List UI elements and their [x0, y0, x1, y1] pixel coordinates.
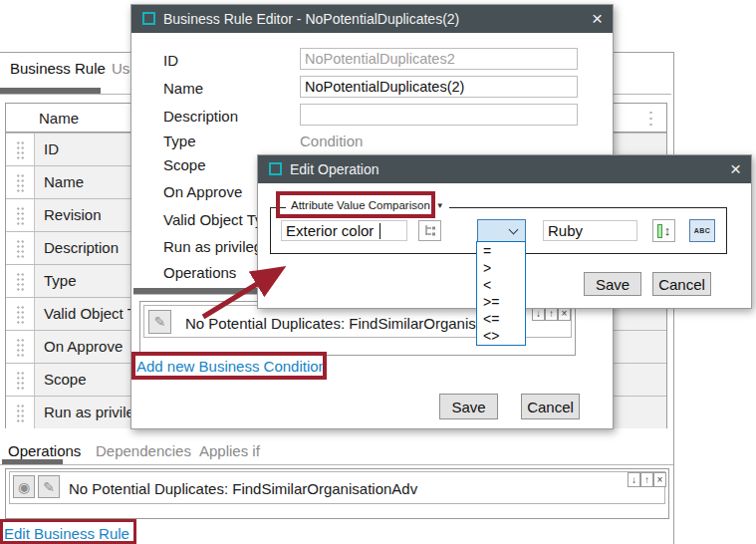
operator-combobox[interactable] — [477, 219, 526, 242]
grid-row-label: On Approve — [44, 338, 123, 355]
grid-header-options-icon[interactable] — [648, 110, 653, 127]
sort-order-button[interactable]: ↕ — [652, 219, 675, 242]
type-label: Type — [163, 133, 196, 149]
close-icon: × — [562, 308, 568, 319]
edit-business-rule-link[interactable]: Edit Business Rule — [4, 525, 129, 542]
row-grip-icon[interactable] — [16, 239, 25, 258]
operator-dropdown-list: = > < >= <= <> — [476, 241, 526, 346]
rule-editor-titlebar[interactable]: Business Rule Editor - NoPotentialDuplic… — [131, 5, 613, 33]
edit-operation-button[interactable]: ✎ — [38, 475, 60, 498]
attribute-input[interactable] — [281, 220, 407, 241]
tree-icon — [423, 224, 436, 237]
grid-row-label: ID — [44, 140, 59, 157]
condition-row-label: No Potential Duplicates: FindSimilarOrga… — [185, 315, 484, 332]
abc-icon: ABC — [694, 227, 711, 234]
up-down-arrow-icon: ↕ — [664, 223, 671, 238]
operator-option-greater[interactable]: > — [477, 259, 525, 276]
grid-header-name: Name — [39, 110, 79, 127]
operation-type-dropdown[interactable]: Attribute Value Comparison ▼ — [286, 199, 449, 211]
arrow-up-icon: ↑ — [644, 474, 649, 485]
operator-option-greater-equal[interactable]: >= — [477, 293, 525, 310]
operator-option-equals[interactable]: = — [477, 242, 525, 259]
grid-row-label: Name — [44, 173, 84, 190]
app-icon — [142, 12, 155, 25]
close-icon[interactable]: × — [592, 7, 603, 31]
operations-section-label[interactable]: Operations — [163, 264, 236, 281]
view-operation-button[interactable]: ◉ — [13, 475, 35, 498]
arrow-down-icon: ↓ — [536, 308, 541, 319]
move-up-button[interactable]: ↑ — [640, 472, 653, 487]
id-field[interactable] — [300, 48, 578, 70]
tab-operations[interactable]: Operations — [8, 442, 81, 459]
arrow-up-icon: ↑ — [549, 308, 554, 319]
row-grip-icon[interactable] — [16, 272, 25, 291]
save-button[interactable]: Save — [584, 272, 641, 296]
dropdown-caret-icon: ▼ — [436, 201, 444, 210]
tab-business-rule[interactable]: Business Rule — [10, 60, 106, 77]
tab-dependencies[interactable]: Dependencies — [96, 442, 191, 459]
case-sensitivity-button[interactable]: ABC — [689, 219, 715, 242]
operator-option-less-equal[interactable]: <= — [477, 310, 525, 327]
text-cursor — [379, 223, 380, 239]
cancel-button[interactable]: Cancel — [521, 394, 580, 419]
cancel-button[interactable]: Cancel — [652, 272, 711, 296]
sort-bar-icon — [657, 224, 662, 238]
id-label: ID — [163, 52, 178, 69]
pencil-icon: ✎ — [154, 314, 166, 330]
row-grip-icon[interactable] — [16, 404, 25, 422]
grid-row-label: Scope — [44, 371, 87, 388]
value-input[interactable] — [543, 220, 637, 241]
bottom-tab-strip-divider — [0, 464, 673, 465]
pencil-icon: ✎ — [43, 479, 55, 495]
description-field[interactable] — [300, 104, 578, 126]
close-icon[interactable]: × — [730, 157, 741, 181]
grid-row-label: Revision — [44, 206, 102, 223]
edit-operation-title: Edit Operation — [290, 161, 379, 177]
name-field[interactable] — [300, 76, 578, 98]
row-grip-icon[interactable] — [16, 305, 25, 324]
row-grip-icon[interactable] — [16, 371, 25, 390]
screen: Business Rule Usa Name ID Name Revision … — [0, 0, 756, 544]
app-icon — [269, 162, 282, 175]
row-grip-icon[interactable] — [16, 173, 25, 192]
operation-list-row[interactable]: ◉ ✎ No Potential Duplicates: FindSimilar… — [9, 471, 665, 504]
grid-row-label: Type — [44, 272, 77, 289]
grid-row-label: Description — [44, 239, 119, 256]
type-value: Condition — [300, 133, 363, 149]
edit-condition-button[interactable]: ✎ — [148, 310, 171, 334]
operator-option-not-equal[interactable]: <> — [477, 327, 525, 344]
grid-row-label: Valid Object Ty — [44, 305, 143, 322]
attribute-picker-button[interactable] — [418, 220, 441, 241]
operation-type-value: Attribute Value Comparison — [291, 199, 430, 211]
name-label: Name — [163, 80, 203, 97]
add-business-condition-link[interactable]: Add new Business Condition — [136, 358, 327, 375]
row-grip-icon[interactable] — [16, 206, 25, 225]
row-grip-icon[interactable] — [16, 338, 25, 357]
rule-editor-title: Business Rule Editor - NoPotentialDuplic… — [163, 11, 459, 27]
remove-row-button[interactable]: × — [653, 472, 666, 487]
edit-operation-titlebar[interactable]: Edit Operation × — [258, 155, 751, 183]
operation-row-label: No Potential Duplicates: FindSimilarOrga… — [69, 480, 417, 497]
save-button[interactable]: Save — [439, 394, 498, 419]
description-label: Description — [163, 108, 238, 125]
move-down-button[interactable]: ↓ — [628, 472, 640, 487]
tab-applies-if[interactable]: Applies if — [199, 442, 260, 459]
chevron-down-icon — [509, 225, 519, 235]
row-grip-icon[interactable] — [16, 140, 25, 159]
operations-list: ◉ ✎ No Potential Duplicates: FindSimilar… — [5, 468, 669, 519]
operator-option-less[interactable]: < — [477, 276, 525, 293]
on-approve-label: On Approve — [163, 183, 242, 200]
valid-object-types-label: Valid Object Ty — [163, 211, 263, 228]
arrow-down-icon: ↓ — [631, 474, 636, 485]
run-as-privileged-label: Run as privilege — [163, 238, 271, 255]
close-icon: × — [657, 474, 663, 485]
eye-icon: ◉ — [18, 479, 30, 495]
scope-label: Scope — [163, 156, 206, 173]
